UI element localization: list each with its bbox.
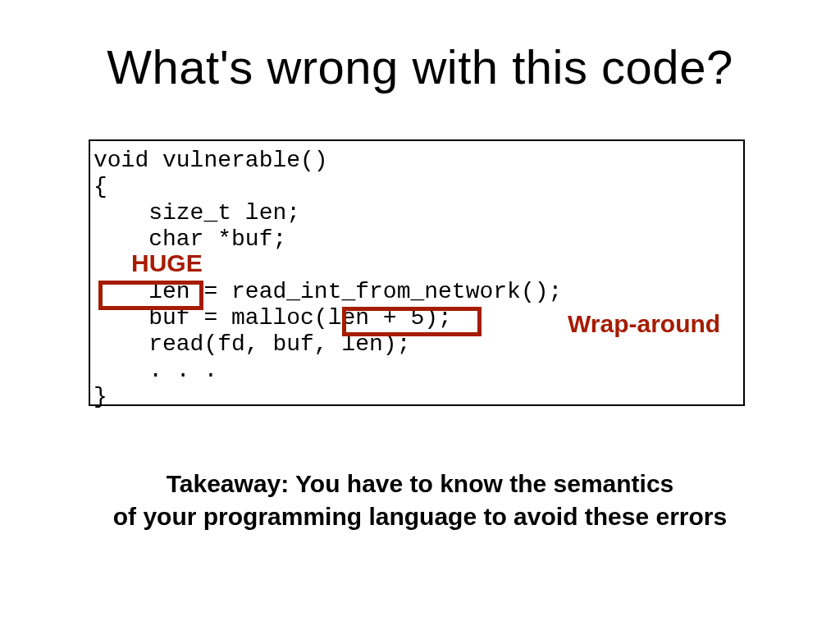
slide-title: What's wrong with this code?	[0, 39, 840, 94]
takeaway-line-2: of your programming language to avoid th…	[113, 503, 727, 530]
code-box: void vulnerable() { size_t len; char *bu…	[89, 139, 745, 406]
slide: What's wrong with this code? void vulner…	[0, 0, 840, 630]
takeaway-text: Takeaway: You have to know the semantics…	[0, 468, 840, 533]
takeaway-line-1: Takeaway: You have to know the semantics	[167, 470, 674, 497]
